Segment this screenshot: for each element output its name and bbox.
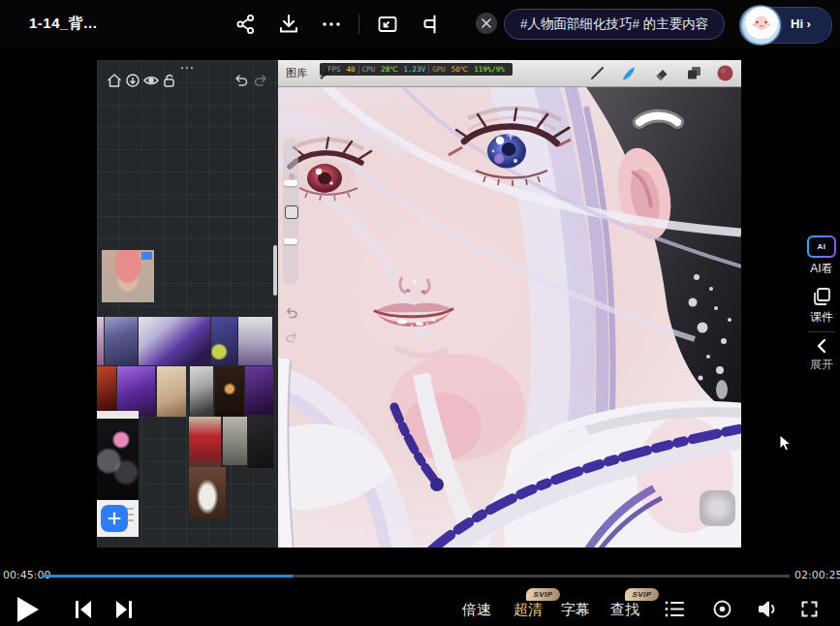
share-button[interactable] — [234, 13, 258, 36]
undo-button[interactable] — [233, 72, 250, 89]
pip-button[interactable] — [376, 13, 399, 36]
cpu-temp: 28℃ — [378, 65, 400, 74]
import-button[interactable] — [124, 72, 141, 89]
reference-thumbnail[interactable] — [105, 317, 138, 365]
reference-panel — [97, 60, 278, 548]
ai-search-pill[interactable]: #人物面部细化技巧# 的主要内容 — [504, 9, 725, 40]
playlist-button[interactable] — [664, 599, 685, 619]
reference-thumbnail-doll[interactable] — [102, 250, 154, 302]
cpu-volt: 1.23V — [401, 65, 429, 74]
reference-thumbnail[interactable] — [245, 366, 273, 417]
close-button[interactable] — [476, 13, 497, 34]
panel-more-button[interactable] — [178, 64, 196, 81]
assistant-pill[interactable]: Hi › — [739, 7, 832, 44]
color-preview-widget[interactable] — [700, 490, 735, 526]
color-swatch-button[interactable] — [716, 64, 734, 82]
reference-thumbnail[interactable] — [97, 411, 139, 419]
redo-icon — [252, 72, 269, 89]
ai-watch-icon: AI — [807, 235, 836, 258]
find-button[interactable]: 查找 — [610, 601, 639, 619]
canvas-undo-button[interactable] — [284, 305, 299, 321]
total-time: 02:00:25 — [794, 569, 840, 581]
svip-badge-find: SVIP — [625, 588, 659, 601]
reference-thumbnail[interactable] — [189, 467, 226, 518]
expand-button[interactable]: 展开 — [802, 338, 840, 373]
performance-overlay: FPS 40 CPU 28℃ 1.23V GPU 50℃ 119%/9% — [320, 63, 513, 76]
reference-thumbnail[interactable] — [157, 366, 186, 417]
volume-button[interactable] — [757, 599, 778, 619]
canvas-redo-button[interactable] — [284, 329, 299, 345]
reference-thumbnail[interactable] — [97, 317, 104, 365]
share-icon — [234, 13, 258, 36]
reference-thumbnail[interactable] — [211, 317, 237, 365]
painting-canvas[interactable] — [278, 87, 741, 548]
gallery-button[interactable]: 图库 — [286, 66, 307, 80]
art-app: 图库 FPS 40 CPU 28℃ 1.23V GPU 50℃ 119%/9% — [278, 60, 741, 548]
ai-watch-button[interactable]: AI AI看 — [802, 235, 840, 277]
layers-icon — [685, 64, 703, 82]
redo-button[interactable] — [252, 72, 269, 89]
reference-thumbnail[interactable] — [215, 366, 244, 417]
previous-icon — [72, 599, 95, 620]
video-title: 1-14_背... — [29, 15, 97, 33]
plus-icon — [108, 512, 121, 525]
svip-badge-quality: SVIP — [526, 588, 560, 601]
panel-more-icon — [178, 64, 196, 72]
home-icon — [106, 72, 123, 89]
layers-button[interactable] — [685, 64, 703, 82]
fullscreen-button[interactable] — [799, 599, 820, 619]
assistant-face-icon — [743, 7, 780, 44]
progress-bar[interactable] — [43, 575, 790, 578]
gpu-load: 119%/9% — [471, 65, 508, 74]
import-disc-icon — [124, 72, 141, 89]
canvas-redo-icon — [284, 329, 299, 345]
download-button[interactable] — [277, 13, 300, 36]
more-button[interactable] — [320, 13, 343, 36]
art-app-toolbar: 图库 FPS 40 CPU 28℃ 1.23V GPU 50℃ 119%/9% — [278, 60, 741, 87]
reference-thumbnail[interactable] — [238, 317, 272, 365]
brush-opacity-slider[interactable] — [284, 238, 297, 244]
cpu-label: CPU — [358, 65, 379, 74]
reference-thumbnail[interactable] — [97, 366, 116, 417]
video-player: 1-14_背... — [0, 0, 840, 626]
reference-thumbnail[interactable] — [117, 366, 155, 417]
canvas-undo-icon — [284, 305, 299, 321]
reference-thumbnail[interactable] — [248, 415, 273, 468]
reference-thumbnail[interactable] — [97, 419, 139, 500]
watch-together-button[interactable] — [712, 599, 732, 619]
home-button[interactable] — [106, 72, 123, 89]
lock-button[interactable] — [161, 72, 178, 89]
previous-button[interactable] — [72, 599, 95, 620]
next-button[interactable] — [112, 599, 136, 620]
record-circle-icon — [712, 599, 732, 619]
cast-icon — [419, 13, 442, 36]
modify-button[interactable] — [285, 205, 298, 219]
speed-button[interactable]: 倍速 — [462, 601, 491, 619]
visibility-button[interactable] — [142, 72, 160, 89]
eraser-tool-button[interactable] — [652, 64, 670, 82]
thumbnail-badge — [141, 252, 152, 260]
reference-thumbnail[interactable] — [190, 366, 213, 417]
reference-thumbnail[interactable] — [189, 417, 221, 467]
reference-thumbnail[interactable] — [223, 417, 247, 465]
expand-label: 展开 — [802, 357, 840, 373]
subtitle-button[interactable]: 字幕 — [561, 601, 590, 619]
play-button[interactable] — [17, 597, 39, 622]
picture-in-picture-icon — [376, 13, 399, 36]
eraser-tool-icon — [652, 64, 670, 82]
brush-tool-button[interactable] — [619, 64, 638, 82]
reference-thumbnail[interactable] — [139, 317, 210, 365]
brush-tool-icon — [619, 64, 638, 82]
line-tool-button[interactable] — [588, 64, 607, 82]
brush-size-slider[interactable] — [284, 180, 297, 186]
quality-button[interactable]: 超清 — [513, 601, 543, 619]
fps-value: 40 — [344, 65, 358, 74]
add-reference-button[interactable] — [101, 505, 128, 532]
brush-sidebar[interactable] — [283, 138, 298, 285]
cast-button[interactable] — [419, 13, 442, 36]
panel-scrollbar[interactable] — [273, 245, 277, 296]
assistant-label: Hi › — [791, 16, 811, 31]
progress-fill — [43, 575, 293, 578]
courseware-button[interactable]: 课件 — [802, 287, 840, 326]
ai-watch-label: AI看 — [802, 261, 840, 277]
